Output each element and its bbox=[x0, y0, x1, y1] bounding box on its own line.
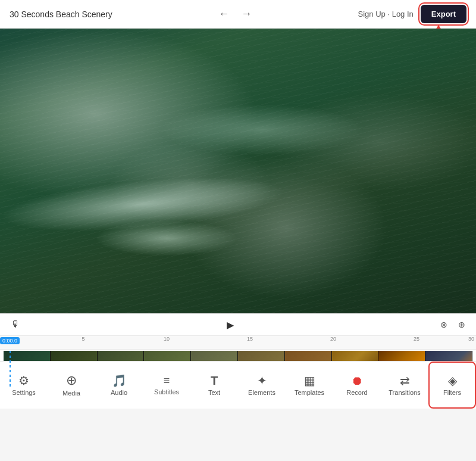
toolbar-item-text[interactable]: T Text bbox=[190, 362, 238, 409]
toolbar-item-filters[interactable]: ◈ Filters bbox=[428, 362, 476, 409]
media-label: Media bbox=[62, 390, 80, 397]
transitions-label: Transitions bbox=[389, 389, 420, 396]
zoom-out-button[interactable]: ⊗ bbox=[437, 319, 451, 331]
playhead-line bbox=[10, 351, 11, 387]
header-nav: ← → bbox=[215, 5, 255, 23]
header-actions: Sign Up · Log In Export bbox=[358, 5, 466, 23]
toolbar-item-media[interactable]: ⊕ Media bbox=[48, 362, 95, 409]
record-icon: ⏺ bbox=[351, 375, 363, 387]
toolbar-item-elements[interactable]: ✦ Elements bbox=[238, 362, 286, 409]
timeline-ruler: 0:00.0 5 10 15 20 25 30 bbox=[0, 335, 476, 350]
time-marker-10: 10 bbox=[164, 336, 170, 342]
export-button[interactable]: Export bbox=[421, 5, 466, 23]
toolbar-item-templates[interactable]: ▦ Templates bbox=[286, 362, 333, 409]
toolbar-item-subtitles[interactable]: ≡ Subtitles bbox=[143, 362, 190, 409]
current-time-badge: 0:00.0 bbox=[0, 337, 20, 344]
foam-overlay-2 bbox=[95, 220, 238, 256]
timeline-section: 🎙 ▶ ⊗ ⊕ 0:00.0 5 10 15 20 25 30 bbox=[0, 313, 476, 409]
toolbar-item-audio[interactable]: 🎵 Audio bbox=[95, 362, 143, 409]
zoom-in-button[interactable]: ⊕ bbox=[455, 319, 469, 331]
time-marker-25: 25 bbox=[414, 336, 419, 342]
time-marker-20: 20 bbox=[330, 336, 336, 342]
text-icon: T bbox=[211, 375, 218, 387]
toolbar-item-record[interactable]: ⏺ Record bbox=[333, 362, 381, 409]
auth-links: Sign Up · Log In bbox=[358, 10, 414, 18]
record-label: Record bbox=[346, 389, 367, 396]
timeline-controls: 🎙 ▶ ⊗ ⊕ bbox=[0, 314, 476, 335]
time-marker-5: 5 bbox=[82, 336, 84, 342]
settings-label: Settings bbox=[12, 389, 36, 396]
redo-button[interactable]: → bbox=[237, 5, 255, 23]
elements-icon: ✦ bbox=[257, 375, 267, 387]
play-button[interactable]: ▶ bbox=[222, 317, 239, 333]
templates-label: Templates bbox=[295, 389, 324, 396]
time-marker-30: 30 bbox=[468, 336, 474, 342]
video-waves bbox=[0, 29, 476, 313]
text-label: Text bbox=[208, 389, 220, 396]
time-marker-15: 15 bbox=[247, 336, 253, 342]
project-title: 30 Seconds Beach Scenery bbox=[10, 10, 112, 19]
bottom-toolbar: ⚙ Settings ⊕ Media 🎵 Audio ≡ Subtitles T… bbox=[0, 361, 476, 409]
video-preview bbox=[0, 29, 476, 313]
foam-overlay-3 bbox=[143, 100, 381, 160]
audio-icon: 🎵 bbox=[112, 375, 127, 387]
subtitles-label: Subtitles bbox=[154, 388, 179, 395]
mic-button[interactable]: 🎙 bbox=[7, 318, 24, 331]
signup-link[interactable]: Sign Up bbox=[358, 10, 386, 18]
subtitles-icon: ≡ bbox=[164, 375, 170, 386]
undo-button[interactable]: ← bbox=[215, 5, 233, 23]
elements-label: Elements bbox=[248, 389, 275, 396]
header: 30 Seconds Beach Scenery ← → Sign Up · L… bbox=[0, 0, 476, 29]
filters-label: Filters bbox=[443, 389, 461, 396]
zoom-controls: ⊗ ⊕ bbox=[437, 319, 469, 331]
filters-icon: ◈ bbox=[448, 375, 457, 387]
templates-icon: ▦ bbox=[304, 375, 315, 387]
media-icon: ⊕ bbox=[66, 374, 77, 387]
transitions-icon: ⇄ bbox=[400, 375, 410, 387]
toolbar-item-settings[interactable]: ⚙ Settings bbox=[0, 362, 48, 409]
login-link[interactable]: Log In bbox=[392, 10, 414, 18]
timeline-ruler-container: 0:00.0 5 10 15 20 25 30 bbox=[0, 335, 476, 350]
settings-icon: ⚙ bbox=[18, 375, 29, 387]
toolbar-item-transitions[interactable]: ⇄ Transitions bbox=[381, 362, 428, 409]
audio-label: Audio bbox=[111, 389, 127, 396]
